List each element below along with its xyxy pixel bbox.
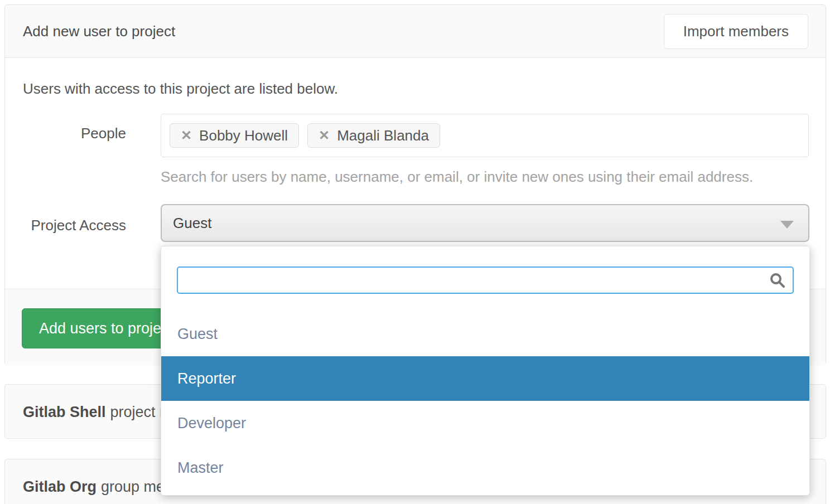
people-label: People [5, 125, 126, 142]
dropdown-option-guest[interactable]: Guest [161, 312, 809, 356]
project-access-dropdown: GuestReporterDeveloperMaster [161, 246, 810, 496]
project-access-select[interactable]: Guest [161, 204, 809, 242]
remove-tag-icon[interactable]: ✕ [181, 129, 192, 142]
caret-down-icon [780, 221, 794, 229]
people-input[interactable]: ✕Bobby Howell✕Magali Blanda [161, 114, 809, 157]
access-options-list: GuestReporterDeveloperMaster [161, 312, 809, 490]
dropdown-option-master[interactable]: Master [161, 445, 809, 490]
remove-tag-icon[interactable]: ✕ [319, 129, 330, 142]
dropdown-search-wrap [177, 266, 794, 294]
import-members-button[interactable]: Import members [664, 14, 808, 49]
tag-user-name: Magali Blanda [337, 127, 429, 144]
dropdown-option-developer[interactable]: Developer [161, 401, 809, 445]
search-icon [768, 272, 786, 289]
people-tag: ✕Bobby Howell [170, 123, 299, 148]
gitlab-org-group-name: Gitlab Org [23, 478, 96, 496]
add-user-panel-header: Add new user to project Import members [5, 5, 826, 58]
people-help-text: Search for users by name, username, or e… [161, 168, 753, 186]
project-access-label: Project Access [5, 217, 126, 234]
project-access-value: Guest [173, 215, 211, 232]
tag-user-name: Bobby Howell [199, 127, 288, 144]
dropdown-option-reporter[interactable]: Reporter [161, 356, 809, 401]
page-title: Add new user to project [23, 5, 175, 58]
people-tag: ✕Magali Blanda [307, 123, 440, 148]
intro-text: Users with access to this project are li… [23, 80, 338, 98]
dropdown-search-input[interactable] [177, 266, 794, 294]
gitlab-shell-project-name: Gitlab Shell [23, 404, 106, 421]
